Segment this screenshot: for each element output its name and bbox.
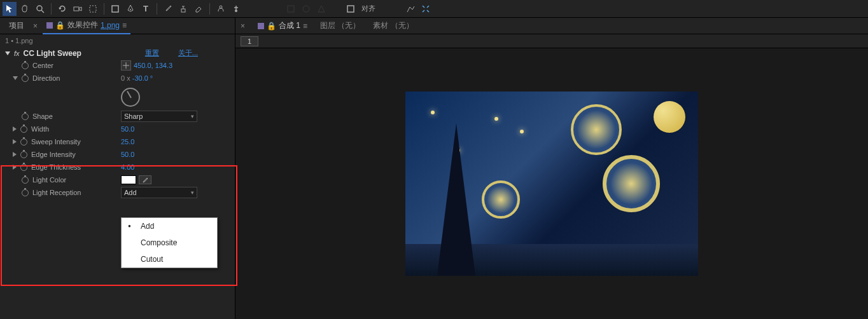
color-swatch[interactable] [121, 175, 136, 184]
shape-tool[interactable] [108, 2, 122, 16]
direction-dial[interactable] [121, 88, 140, 107]
svg-rect-3 [90, 6, 96, 12]
hand-tool[interactable] [18, 2, 32, 16]
dropdown-item-cutout[interactable]: Cutout [122, 251, 217, 268]
separator [157, 3, 157, 15]
sweep-value[interactable]: 25.0 [121, 138, 134, 146]
eyedropper-button[interactable] [139, 175, 151, 184]
composition-icon [46, 22, 53, 29]
breadcrumb: 1 • 1.png [0, 34, 235, 47]
tab-close-icon[interactable]: × [33, 22, 38, 31]
snap-label: 对齐 [361, 4, 375, 13]
prop-sweep-intensity: Sweep Intensity 25.0 [0, 135, 235, 148]
dropdown-item-composite[interactable]: Composite [122, 234, 217, 251]
stopwatch-shape[interactable] [22, 113, 29, 120]
svg-line-1 [41, 10, 44, 13]
width-toggle[interactable] [13, 126, 17, 132]
eraser-tool[interactable] [192, 2, 206, 16]
svg-rect-2 [74, 7, 79, 11]
svg-point-7 [220, 6, 222, 8]
light-reception-dropdown: Add Composite Cutout [121, 217, 218, 268]
dropdown-item-add[interactable]: Add [122, 218, 217, 234]
stopwatch-direction[interactable] [22, 75, 29, 82]
left-tabs: 项目 × 🔒 效果控件 1.png ≡ [0, 18, 235, 34]
expand-tool[interactable] [419, 2, 433, 16]
effect-toggle[interactable] [5, 51, 10, 55]
shape-select[interactable]: Sharp ▾ [121, 111, 197, 122]
sweep-toggle[interactable] [13, 139, 17, 144]
main-toolbar: T 对齐 [0, 0, 868, 18]
svg-point-0 [37, 6, 42, 11]
effect-name[interactable]: CC Light Sweep [24, 49, 81, 58]
shape-label: Shape [32, 112, 53, 120]
right-tabs: × 🔒 合成 1 ≡ 图层 （无） 素材 （无） [235, 18, 868, 34]
roto-tool[interactable] [214, 2, 228, 16]
light-reception-select[interactable]: Add ▾ [121, 187, 197, 198]
direction-label: Direction [32, 74, 60, 82]
text-tool[interactable]: T [139, 2, 153, 16]
prop-shape: Shape Sharp ▾ [0, 110, 235, 123]
frame-button[interactable]: 1 [241, 36, 258, 46]
direction-dial-row [0, 85, 235, 110]
effect-header: fx CC Light Sweep 重置 关于... [0, 47, 235, 59]
pen-tool[interactable] [123, 2, 137, 16]
crosshair-button[interactable] [121, 60, 131, 71]
about-link[interactable]: 关于... [178, 48, 198, 58]
edge-thick-value[interactable]: 4.00 [121, 163, 134, 171]
zoom-tool[interactable] [33, 2, 47, 16]
stopwatch-center[interactable] [22, 62, 29, 69]
tab-composition[interactable]: 🔒 合成 1 ≡ [258, 20, 307, 31]
svg-rect-9 [288, 6, 294, 12]
tab-project[interactable]: 项目 [5, 18, 28, 34]
stopwatch-color[interactable] [22, 177, 29, 184]
width-value[interactable]: 50.0 [121, 125, 134, 133]
tab-effect-controls[interactable]: 🔒 效果控件 1.png ≡ [43, 17, 130, 34]
puppet-tool[interactable] [229, 2, 243, 16]
svg-rect-11 [347, 6, 354, 12]
tab-layer[interactable]: 图层 （无） [320, 20, 360, 31]
stopwatch-sweep[interactable] [20, 139, 27, 146]
direction-value[interactable]: 0 x -30.0 ° [121, 74, 153, 82]
svg-point-8 [235, 10, 237, 12]
prop-center: Center 450.0, 134.3 [0, 59, 235, 72]
composition-viewer-panel: × 🔒 合成 1 ≡ 图层 （无） 素材 （无） 1 [235, 18, 868, 319]
separator [104, 3, 104, 15]
light-reception-label: Light Reception [32, 189, 81, 196]
tab-footage[interactable]: 素材 （无） [373, 20, 413, 31]
clone-tool[interactable] [176, 2, 190, 16]
separator [209, 3, 210, 15]
snap-toggle[interactable] [344, 2, 358, 16]
selection-tool[interactable] [3, 2, 17, 16]
composition-viewer[interactable] [235, 48, 868, 319]
prop-width: Width 50.0 [0, 123, 235, 135]
fx-icon[interactable]: fx [14, 50, 20, 57]
prop-light-color: Light Color [0, 173, 235, 186]
effect-controls-panel: 项目 × 🔒 效果控件 1.png ≡ 1 • 1.png fx CC Ligh… [0, 18, 235, 319]
svg-rect-6 [181, 9, 185, 12]
stopwatch-edge-int[interactable] [20, 151, 27, 158]
edge-int-value[interactable]: 50.0 [121, 151, 134, 158]
stopwatch-width[interactable] [20, 126, 27, 133]
prop-light-reception: Light Reception Add ▾ [0, 186, 235, 199]
reset-link[interactable]: 重置 [145, 48, 159, 58]
brush-tool[interactable] [161, 2, 175, 16]
light-color-label: Light Color [32, 176, 66, 184]
rotate-tool[interactable] [55, 2, 69, 16]
center-label: Center [32, 62, 53, 69]
tab-file-name: 1.png [101, 21, 120, 30]
edge-thick-label: Edge Thickness [31, 163, 81, 171]
edge-int-label: Edge Intensity [31, 151, 76, 158]
stopwatch-reception[interactable] [22, 189, 29, 196]
edge-int-toggle[interactable] [13, 152, 17, 157]
width-label: Width [31, 125, 49, 133]
disabled-tool-1 [284, 2, 298, 16]
camera-tool[interactable] [71, 2, 85, 16]
direction-toggle[interactable] [13, 76, 18, 80]
path-tool[interactable] [403, 2, 417, 16]
edge-thick-toggle[interactable] [13, 165, 17, 170]
tab-close-icon[interactable]: × [241, 22, 245, 31]
svg-rect-4 [112, 6, 118, 12]
stopwatch-edge-thick[interactable] [20, 164, 27, 171]
anchor-tool[interactable] [86, 2, 100, 16]
center-value[interactable]: 450.0, 134.3 [134, 62, 172, 69]
